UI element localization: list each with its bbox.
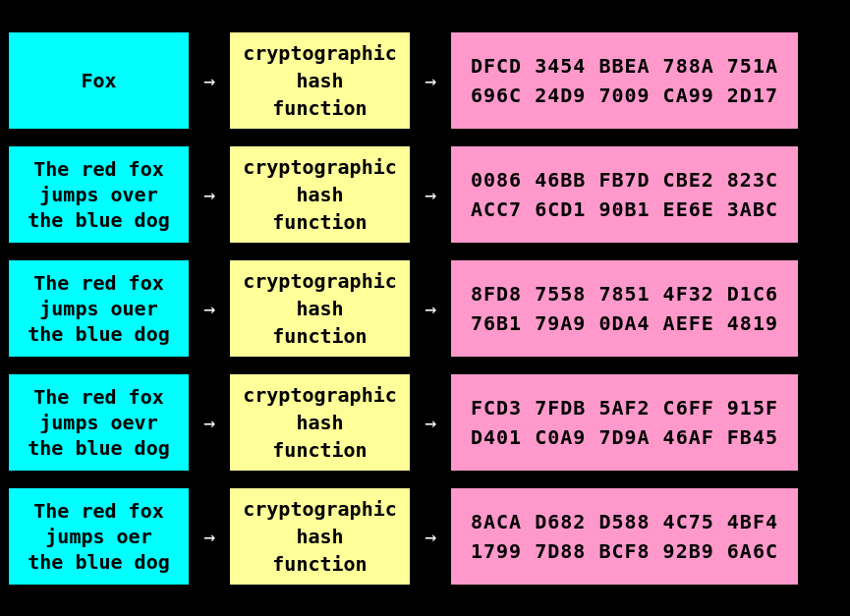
arrow2-1: →	[411, 31, 450, 130]
diagram: Fox→cryptographic hash function→DFCD 345…	[0, 16, 850, 601]
hash-box-4: cryptographic hash function	[229, 373, 411, 472]
row-1: Fox→cryptographic hash function→DFCD 345…	[8, 24, 842, 138]
arrow2-2: →	[411, 145, 450, 244]
output-box-1: DFCD 3454 BBEA 788A 751A 696C 24D9 7009 …	[450, 31, 799, 130]
input-box-1: Fox	[8, 31, 190, 130]
row-4: The red fox jumps oevr the blue dog→cryp…	[8, 365, 842, 479]
output-text-5: 8ACA D682 D588 4C75 4BF4 1799 7D88 BCF8 …	[471, 507, 778, 566]
input-box-5: The red fox jumps oer the blue dog	[8, 487, 190, 586]
arrow1-5: →	[190, 487, 229, 586]
arrow1-1: →	[190, 31, 229, 130]
hash-box-3: cryptographic hash function	[229, 259, 411, 358]
output-text-4: FCD3 7FDB 5AF2 C6FF 915F D401 C0A9 7D9A …	[471, 393, 778, 452]
output-text-2: 0086 46BB FB7D CBE2 823C ACC7 6CD1 90B1 …	[471, 165, 778, 224]
arrow1-2: →	[190, 145, 229, 244]
output-box-4: FCD3 7FDB 5AF2 C6FF 915F D401 C0A9 7D9A …	[450, 373, 799, 472]
input-box-2: The red fox jumps over the blue dog	[8, 145, 190, 244]
hash-box-1: cryptographic hash function	[229, 31, 411, 130]
arrow1-3: →	[190, 259, 229, 358]
output-text-1: DFCD 3454 BBEA 788A 751A 696C 24D9 7009 …	[471, 51, 778, 110]
output-box-5: 8ACA D682 D588 4C75 4BF4 1799 7D88 BCF8 …	[450, 487, 799, 586]
output-box-3: 8FD8 7558 7851 4F32 D1C6 76B1 79A9 0DA4 …	[450, 259, 799, 358]
input-box-3: The red fox jumps ouer the blue dog	[8, 259, 190, 358]
input-box-4: The red fox jumps oevr the blue dog	[8, 373, 190, 472]
arrow2-5: →	[411, 487, 450, 586]
row-2: The red fox jumps over the blue dog→cryp…	[8, 138, 842, 252]
hash-box-2: cryptographic hash function	[229, 145, 411, 244]
hash-box-5: cryptographic hash function	[229, 487, 411, 586]
row-3: The red fox jumps ouer the blue dog→cryp…	[8, 252, 842, 365]
output-text-3: 8FD8 7558 7851 4F32 D1C6 76B1 79A9 0DA4 …	[471, 279, 778, 338]
output-box-2: 0086 46BB FB7D CBE2 823C ACC7 6CD1 90B1 …	[450, 145, 799, 244]
arrow2-4: →	[411, 373, 450, 472]
arrow2-3: →	[411, 259, 450, 358]
row-5: The red fox jumps oer the blue dog→crypt…	[8, 479, 842, 593]
arrow1-4: →	[190, 373, 229, 472]
